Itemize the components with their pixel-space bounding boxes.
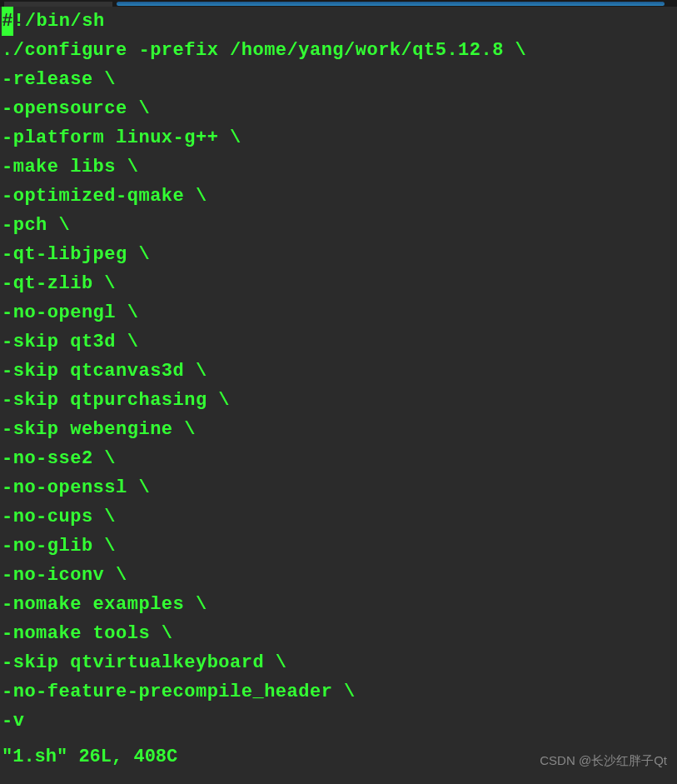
code-line: #!/bin/sh xyxy=(0,7,677,36)
line-text: !/bin/sh xyxy=(13,11,105,32)
code-line: -no-opengl \ xyxy=(0,298,677,327)
code-line: -nomake tools \ xyxy=(0,619,677,648)
code-line: -no-sse2 \ xyxy=(0,444,677,473)
code-line: -opensource \ xyxy=(0,94,677,123)
active-tab-highlight[interactable] xyxy=(117,2,665,6)
code-line: -qt-zlib \ xyxy=(0,269,677,298)
code-line: -skip qtcanvas3d \ xyxy=(0,357,677,386)
code-line: -no-iconv \ xyxy=(0,561,677,590)
code-line: -make libs \ xyxy=(0,152,677,182)
code-line: -no-cups \ xyxy=(0,502,677,532)
code-line: -no-glib \ xyxy=(0,532,677,561)
code-line: -release \ xyxy=(0,65,677,94)
window-tab-bar xyxy=(0,0,677,7)
code-line: -no-openssl \ xyxy=(0,473,677,502)
code-line: ./configure -prefix /home/yang/work/qt5.… xyxy=(0,36,677,65)
vim-status-line: "1.sh" 26L, 408C xyxy=(2,747,177,767)
code-line: -optimized-qmake \ xyxy=(0,182,677,211)
code-line: -pch \ xyxy=(0,211,677,240)
csdn-watermark: CSDN @长沙红胖子Qt xyxy=(540,753,667,769)
code-line: -qt-libjpeg \ xyxy=(0,240,677,269)
cursor: # xyxy=(2,7,13,36)
code-line: -skip qt3d \ xyxy=(0,327,677,357)
code-line: -platform linux-g++ \ xyxy=(0,123,677,152)
status-filename: "1.sh" xyxy=(2,747,67,767)
status-info: 26L, 408C xyxy=(67,747,177,767)
code-line: -skip webengine \ xyxy=(0,415,677,444)
editor-content[interactable]: #!/bin/sh ./configure -prefix /home/yang… xyxy=(0,7,677,736)
inactive-tab[interactable] xyxy=(4,2,112,7)
code-line: -no-feature-precompile_header \ xyxy=(0,677,677,707)
code-line: -skip qtpurchasing \ xyxy=(0,386,677,415)
code-line: -v xyxy=(0,707,677,736)
code-line: -nomake examples \ xyxy=(0,590,677,619)
code-line: -skip qtvirtualkeyboard \ xyxy=(0,648,677,677)
